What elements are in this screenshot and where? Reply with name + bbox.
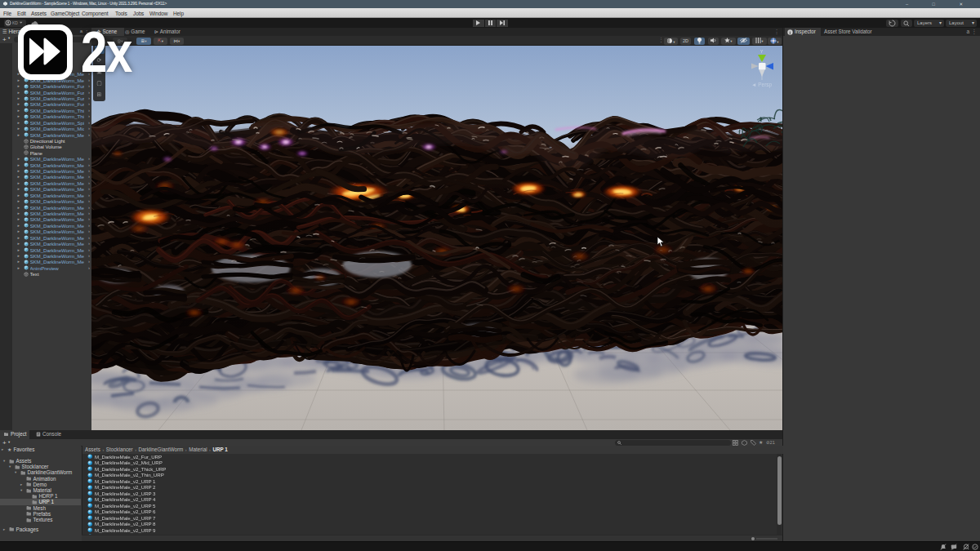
svg-text:Y: Y <box>760 49 764 54</box>
svg-text:◄ Persp: ◄ Persp <box>751 82 773 88</box>
svg-text:KD: KD <box>12 20 18 25</box>
